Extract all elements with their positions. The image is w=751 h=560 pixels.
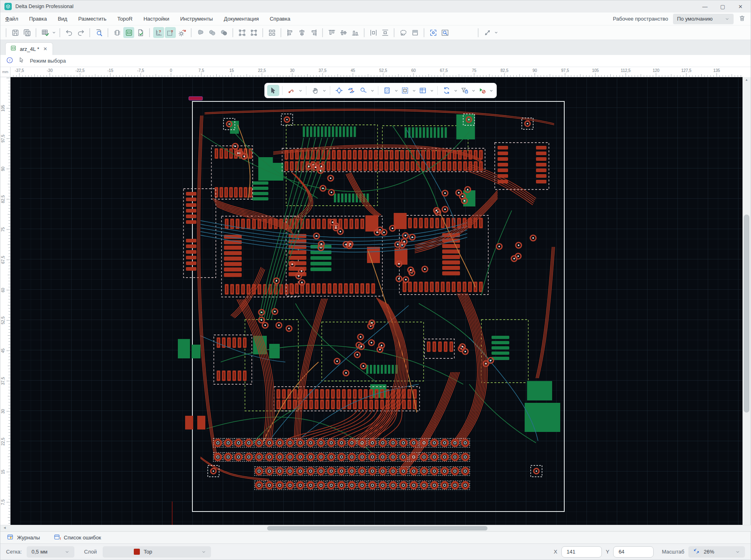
vertical-scroll-thumb[interactable] bbox=[744, 215, 749, 413]
pcb-editor-button[interactable] bbox=[123, 27, 134, 38]
ruler-unknown-button[interactable]: ? bbox=[153, 27, 164, 38]
panel-error-list[interactable]: ! Список ошибок bbox=[54, 534, 101, 542]
gear-pointer-button[interactable] bbox=[177, 27, 188, 38]
validate-document-button[interactable] bbox=[135, 27, 146, 38]
workspace-select[interactable]: По умолчанию bbox=[673, 14, 734, 24]
filter-lock-button[interactable] bbox=[458, 85, 470, 96]
scale-select[interactable]: 26% bbox=[688, 546, 745, 558]
netlist-table-button[interactable] bbox=[40, 27, 51, 38]
menu-item-3[interactable]: Вид bbox=[58, 14, 68, 23]
chevron-down-icon[interactable] bbox=[488, 85, 494, 96]
grid-unknown-button[interactable]: ? bbox=[165, 27, 176, 38]
align-left-icon bbox=[286, 29, 294, 37]
edit-nodes-button[interactable] bbox=[248, 27, 259, 38]
refresh-button[interactable] bbox=[441, 85, 453, 96]
chevron-down-icon[interactable] bbox=[470, 85, 476, 96]
trash-icon[interactable] bbox=[738, 15, 746, 23]
tab-arz-4l[interactable]: arz_4L * ✕ bbox=[5, 42, 53, 55]
snap-crosshair-button[interactable] bbox=[333, 85, 345, 96]
pan-hand-button[interactable] bbox=[309, 85, 321, 96]
route-trace-button[interactable] bbox=[285, 85, 297, 96]
menu-item-9[interactable]: Справка bbox=[270, 14, 290, 23]
journals-icon bbox=[7, 534, 14, 542]
align-top-button[interactable] bbox=[326, 27, 337, 38]
svg-text:30: 30 bbox=[290, 68, 295, 73]
selection-rect-button[interactable] bbox=[399, 85, 411, 96]
shape-merge-button[interactable] bbox=[207, 27, 217, 38]
info-icon[interactable]: i bbox=[6, 57, 13, 65]
menu-item-8[interactable]: Документация bbox=[224, 14, 259, 23]
align-bottom-button[interactable] bbox=[350, 27, 361, 38]
shape-subtract-button[interactable] bbox=[218, 27, 229, 38]
arrange-parts-button[interactable] bbox=[266, 27, 277, 38]
chevron-down-icon[interactable] bbox=[51, 27, 57, 38]
select-cursor-button[interactable] bbox=[267, 85, 279, 96]
layer-select[interactable]: Top bbox=[103, 546, 211, 558]
distribute-v-button[interactable] bbox=[380, 27, 390, 38]
fill-region-icon bbox=[411, 29, 419, 37]
svg-text:52,5: 52,5 bbox=[379, 68, 387, 73]
svg-text:!: ! bbox=[60, 536, 61, 540]
chevron-down-icon[interactable] bbox=[297, 85, 303, 96]
horizontal-scrollbar[interactable]: ◄ bbox=[0, 525, 751, 531]
chevron-down-icon[interactable] bbox=[321, 85, 327, 96]
svg-text:-37,5: -37,5 bbox=[15, 68, 24, 73]
x-coordinate-input[interactable]: 141 bbox=[561, 546, 602, 558]
tab-close-icon[interactable]: ✕ bbox=[42, 46, 48, 52]
zoom-fit-button[interactable] bbox=[428, 27, 439, 38]
search-document-button[interactable] bbox=[93, 27, 104, 38]
grid-select[interactable]: 0,5 мм bbox=[27, 546, 74, 558]
panel-journals[interactable]: Журналы bbox=[7, 534, 40, 542]
redo-button[interactable] bbox=[75, 27, 86, 38]
undo-button[interactable] bbox=[63, 27, 74, 38]
mode-bar: i Режим выбора bbox=[0, 55, 751, 67]
svg-text:7,5: 7,5 bbox=[1, 499, 5, 505]
scale-label: Масштаб bbox=[662, 549, 684, 555]
menu-item-7[interactable]: Инструменты bbox=[180, 14, 213, 23]
update-footprints-button[interactable] bbox=[112, 27, 122, 38]
save-icon bbox=[11, 29, 19, 37]
svg-text:82,5: 82,5 bbox=[500, 68, 508, 73]
menu-item-4[interactable]: Разместить bbox=[78, 14, 106, 23]
run-check-button[interactable] bbox=[476, 85, 488, 96]
transform-selection-button[interactable] bbox=[236, 27, 247, 38]
menu-item-1[interactable]: Файл bbox=[5, 14, 18, 23]
align-middle-button[interactable] bbox=[338, 27, 349, 38]
zoom-window-button[interactable] bbox=[439, 27, 450, 38]
align-left-button[interactable] bbox=[285, 27, 295, 38]
align-center-h-button[interactable] bbox=[296, 27, 307, 38]
zoom-lens-button[interactable] bbox=[357, 85, 369, 96]
menu-item-2[interactable]: Правка bbox=[29, 14, 47, 23]
align-center-h-icon bbox=[298, 29, 306, 37]
chevron-down-icon[interactable] bbox=[493, 27, 499, 38]
scroll-left-icon[interactable]: ◄ bbox=[3, 526, 6, 530]
horizontal-scroll-thumb[interactable] bbox=[267, 526, 487, 531]
vertical-scrollbar[interactable]: ▲ bbox=[743, 77, 751, 526]
align-right-button[interactable] bbox=[308, 27, 319, 38]
chevron-down-icon[interactable] bbox=[411, 85, 417, 96]
shape-union-button[interactable] bbox=[195, 27, 206, 38]
y-coordinate-input[interactable]: 64 bbox=[613, 546, 654, 558]
close-button[interactable]: ✕ bbox=[734, 2, 747, 11]
minimize-button[interactable]: — bbox=[699, 2, 711, 11]
maximize-button[interactable]: ▢ bbox=[717, 2, 729, 11]
scroll-up-icon[interactable]: ▲ bbox=[743, 78, 751, 82]
distribute-h-button[interactable] bbox=[368, 27, 379, 38]
y-label: Y bbox=[606, 549, 610, 555]
save-button[interactable] bbox=[10, 27, 21, 38]
fill-region-button[interactable] bbox=[409, 27, 420, 38]
properties-table-button[interactable] bbox=[417, 85, 429, 96]
chevron-down-icon[interactable] bbox=[453, 85, 458, 96]
menu-item-6[interactable]: Настройки bbox=[143, 14, 169, 23]
pcb-canvas[interactable] bbox=[11, 77, 743, 526]
chevron-down-icon[interactable] bbox=[429, 85, 435, 96]
layer-flip-button[interactable] bbox=[345, 85, 357, 96]
lasso-button[interactable] bbox=[398, 27, 409, 38]
menu-bar: ФайлПравкаВидРазместитьTopoRНастройкиИнс… bbox=[0, 13, 751, 25]
menu-item-5[interactable]: TopoR bbox=[117, 14, 133, 23]
chevron-down-icon[interactable] bbox=[393, 85, 399, 96]
measure-button[interactable] bbox=[482, 27, 493, 38]
copper-zone-button[interactable] bbox=[381, 85, 393, 96]
save-all-button[interactable] bbox=[21, 27, 32, 38]
chevron-down-icon[interactable] bbox=[369, 85, 375, 96]
